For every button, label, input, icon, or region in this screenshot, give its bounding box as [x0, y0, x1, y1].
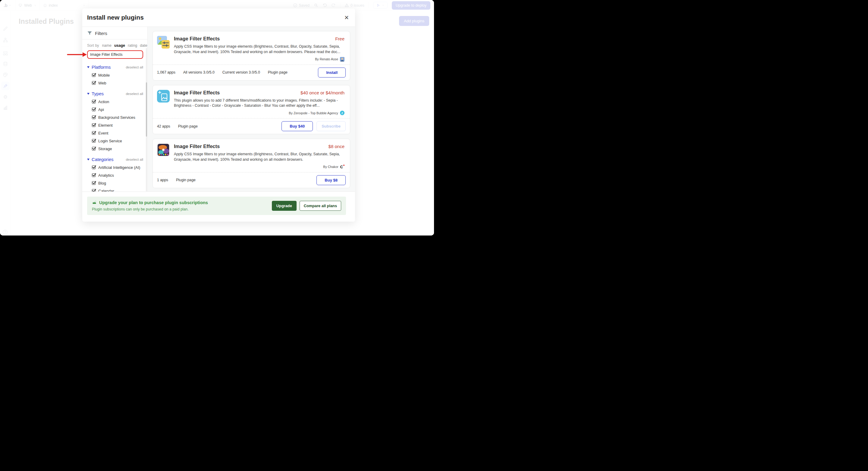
- filter-checkbox-element[interactable]: Element: [92, 123, 147, 127]
- install-button[interactable]: Install: [318, 67, 346, 78]
- search-highlight-box: [87, 50, 143, 59]
- deselect-all-link[interactable]: deselect all: [126, 92, 143, 96]
- checkbox-checked-icon: [92, 81, 96, 85]
- plugin-search-input[interactable]: [88, 51, 143, 58]
- plugin-description: Apply CSS Image filters to your image el…: [174, 152, 344, 163]
- buy-button[interactable]: Buy $8: [316, 175, 346, 185]
- plugin-author: By Chakor C: [174, 165, 344, 169]
- plugin-page-link[interactable]: Plugin page: [176, 178, 195, 182]
- checkbox-checked-icon: [92, 181, 96, 185]
- checkbox-checked-icon: [92, 166, 96, 169]
- sort-by-label: Sort by: [87, 43, 99, 48]
- plugin-page-link[interactable]: Plugin page: [268, 70, 287, 75]
- chakor-logo: C: [340, 165, 344, 169]
- banner-subtitle: Plugin subscriptions can only be purchas…: [92, 207, 208, 211]
- deselect-all-link[interactable]: deselect all: [126, 65, 143, 69]
- funnel-icon: [87, 31, 92, 36]
- apps-count: 1 apps: [157, 178, 168, 182]
- collapse-triangle-icon[interactable]: [87, 158, 90, 160]
- sort-option-rating[interactable]: rating: [128, 43, 137, 48]
- annotation-arrow: [67, 52, 87, 57]
- collapse-triangle-icon[interactable]: [87, 93, 90, 95]
- filter-checkbox-analytics[interactable]: Analytics: [92, 173, 147, 178]
- sort-by-row: Sort by name usage rating date price: [82, 39, 147, 48]
- plugin-card-footer: 1 apps Plugin page Buy $8: [153, 172, 350, 188]
- plugin-description: This plugin allows you to add 7 differen…: [174, 98, 344, 109]
- upgrade-button[interactable]: Upgrade: [272, 201, 297, 211]
- filter-checkbox-calendar[interactable]: Calendar: [92, 188, 147, 192]
- filter-checkbox-action[interactable]: Action: [92, 99, 147, 104]
- checkbox-checked-icon: [92, 131, 96, 135]
- app-window: .b Web index Saved: [0, 0, 434, 235]
- plugin-page-link[interactable]: Plugin page: [178, 124, 198, 128]
- filter-checkbox-web[interactable]: Web: [92, 81, 147, 85]
- apps-count: 42 apps: [157, 124, 170, 128]
- plugin-name: Image Filter Effects: [174, 144, 220, 149]
- filter-section-platforms: Platforms deselect all Mobile Web: [82, 64, 147, 85]
- close-icon[interactable]: ✕: [343, 13, 350, 22]
- plugin-description: Apply CSS Image filters to your image el…: [174, 44, 344, 55]
- filter-checkbox-event[interactable]: Event: [92, 130, 147, 136]
- apps-count: 1,067 apps: [157, 70, 176, 75]
- crown-icon: [92, 200, 97, 205]
- checkbox-checked-icon: [92, 100, 96, 104]
- plugin-name: Image Filter Effects: [174, 90, 220, 96]
- plugin-card: Image Filter Effects Free Apply CSS Imag…: [153, 31, 350, 81]
- compare-all-plans-button[interactable]: Compare all plans: [300, 201, 341, 211]
- all-versions-rating: All versions 3.0/5.0: [183, 70, 215, 75]
- plugin-author: By Renato Asse: [174, 57, 344, 61]
- checkbox-checked-icon: [92, 139, 96, 143]
- upgrade-banner: Upgrade your plan to purchase plugin sub…: [87, 197, 346, 215]
- section-title[interactable]: Types: [92, 91, 104, 96]
- checkbox-checked-icon: [92, 147, 96, 150]
- plugin-card-footer: 1,067 apps All versions 3.0/5.0 Current …: [153, 64, 350, 80]
- zeroqode-logo: Z: [340, 111, 344, 115]
- plugin-card: Image Filter Effects $40 once or $4/mont…: [153, 85, 350, 135]
- plugin-icon-image-sliders: [157, 36, 170, 49]
- checkbox-checked-icon: [92, 173, 96, 177]
- plugin-card-footer: 42 apps Plugin page Buy $40 Subscribe: [153, 118, 350, 134]
- plugin-results-area: Image Filter Effects Free Apply CSS Imag…: [148, 27, 355, 192]
- plugin-price: Free: [335, 36, 344, 41]
- filter-checkbox-api[interactable]: Api: [92, 107, 147, 112]
- sort-option-name[interactable]: name: [102, 43, 112, 48]
- checkbox-checked-icon: [92, 108, 96, 111]
- checkbox-checked-icon: [92, 116, 96, 119]
- banner-title: Upgrade your plan to purchase plugin sub…: [92, 200, 208, 205]
- filter-checkbox-ai[interactable]: Artificial Intelligence (AI): [92, 165, 147, 170]
- collapse-triangle-icon[interactable]: [87, 66, 90, 68]
- filter-checkbox-background-services[interactable]: Background Services: [92, 115, 147, 120]
- filters-heading: Filters: [82, 27, 147, 39]
- sort-option-date[interactable]: date: [140, 43, 147, 48]
- filters-scrollbar-thumb[interactable]: [146, 82, 147, 137]
- filter-checkbox-mobile[interactable]: Mobile: [92, 73, 147, 78]
- checkbox-checked-icon: [92, 73, 96, 77]
- buy-button[interactable]: Buy $40: [281, 121, 313, 131]
- subscribe-button-disabled[interactable]: Subscribe: [316, 121, 346, 131]
- filter-checkbox-blog[interactable]: Blog: [92, 181, 147, 185]
- current-version-rating: Current version 3.0/5.0: [222, 70, 260, 75]
- section-title[interactable]: Platforms: [92, 64, 111, 70]
- filter-checkbox-login-service[interactable]: Login Service: [92, 139, 147, 143]
- modal-footer: Upgrade your plan to purchase plugin sub…: [82, 192, 355, 222]
- modal-header: Install new plugins ✕: [82, 8, 355, 27]
- filter-checkbox-storage[interactable]: Storage: [92, 146, 147, 151]
- filter-section-categories: Categories deselect all Artificial Intel…: [82, 157, 147, 192]
- plugin-icon-photo-sparkle: [157, 90, 170, 102]
- deselect-all-link[interactable]: deselect all: [126, 158, 143, 161]
- plugin-name: Image Filter Effects: [174, 36, 220, 41]
- plugin-price: $40 once or $4/month: [301, 90, 344, 95]
- author-photo-avatar: [340, 57, 344, 61]
- install-plugins-modal: Install new plugins ✕ Filters Sort by na…: [82, 8, 355, 222]
- filter-section-types: Types deselect all Action Api Background…: [82, 91, 147, 151]
- checkbox-checked-icon: [92, 123, 96, 127]
- filters-panel: Filters Sort by name usage rating date p…: [82, 27, 148, 192]
- sort-option-usage[interactable]: usage: [114, 43, 125, 48]
- plugin-card: Image Filter Effects $8 once Apply CSS I…: [153, 139, 350, 188]
- plugin-author: By Zeroqode - Top Bubble Agency Z: [174, 111, 344, 115]
- plugin-icon-abstract-art: [157, 144, 170, 156]
- checkbox-checked-icon: [92, 189, 96, 192]
- section-title[interactable]: Categories: [92, 157, 114, 162]
- modal-title: Install new plugins: [87, 14, 144, 21]
- plugin-price: $8 once: [329, 144, 344, 149]
